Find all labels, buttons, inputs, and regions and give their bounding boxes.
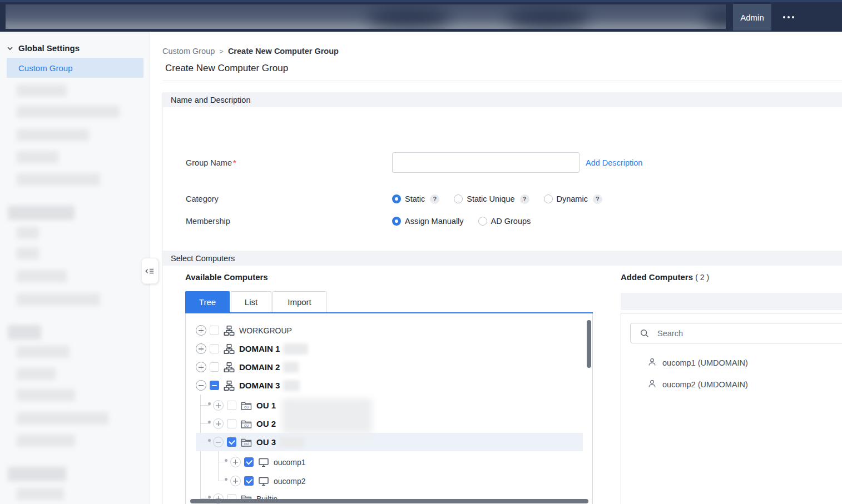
- redacted-item: [8, 206, 75, 220]
- search-input[interactable]: [657, 329, 824, 338]
- tree-row-ou-1[interactable]: OUOU 1: [196, 396, 583, 415]
- tab-label: List: [245, 297, 257, 307]
- tab-label: Tree: [199, 297, 216, 307]
- radio-unselected[interactable]: [478, 217, 487, 226]
- group-name-input[interactable]: [392, 152, 580, 173]
- help-icon[interactable]: ?: [520, 194, 529, 204]
- membership-options: Assign ManuallyAD Groups: [392, 217, 531, 226]
- computer-tree-panel: WORKGROUPDOMAIN 1DOMAIN 2DOMAIN 3OUOU 1O…: [185, 313, 593, 504]
- redacted-item: [17, 488, 64, 500]
- add-description-link[interactable]: Add Description: [586, 158, 642, 167]
- radio-unselected[interactable]: [544, 194, 553, 203]
- tree-node-label: DOMAIN 3: [239, 381, 280, 390]
- expand-node-icon[interactable]: [213, 400, 224, 411]
- redacted-tree-suffix: [283, 362, 299, 373]
- expand-node-icon[interactable]: [196, 362, 206, 372]
- tree-checkbox-checked[interactable]: [244, 476, 254, 486]
- radio-option-dynamic[interactable]: Dynamic?: [544, 194, 602, 204]
- redacted-item: [17, 435, 75, 447]
- tab-tree[interactable]: Tree: [185, 291, 230, 312]
- domain-icon-wrap: [224, 362, 235, 373]
- added-computers-count: ( 2 ): [695, 273, 709, 282]
- added-computers-search: [630, 323, 842, 343]
- horizontal-scrollbar[interactable]: [190, 499, 588, 503]
- tree-checkbox-checked[interactable]: [227, 437, 236, 447]
- redacted-item: [17, 173, 100, 186]
- expand-node-icon[interactable]: [196, 325, 206, 336]
- sidebar-item-custom-group[interactable]: Custom Group: [7, 58, 143, 78]
- tree-checkbox-indeterminate[interactable]: [210, 381, 219, 390]
- collapse-node-icon[interactable]: [213, 437, 224, 447]
- expand-node-icon[interactable]: [196, 343, 206, 354]
- tree-row-oucomp2[interactable]: oucomp2: [196, 472, 583, 490]
- tree-row-ou-2[interactable]: OUOU 2: [196, 415, 583, 433]
- redacted-item: [17, 270, 67, 282]
- radio-option-label: Static: [405, 194, 425, 203]
- more-menu-button[interactable]: [777, 4, 800, 31]
- tree-connector-stub: [218, 462, 227, 462]
- group-name-label: Group Name*: [186, 158, 236, 167]
- tree-row-oucomp1[interactable]: oucomp1: [196, 453, 583, 471]
- added-computers-header-bar: [621, 293, 842, 310]
- page-root: Admin Global Settings Custom Group Custo…: [0, 0, 842, 504]
- expand-node-icon[interactable]: [213, 418, 224, 429]
- tab-label: Import: [288, 297, 311, 307]
- redacted-item: [8, 325, 41, 340]
- radio-option-ad-groups[interactable]: AD Groups: [478, 217, 531, 226]
- tree-row-domain-1[interactable]: DOMAIN 1: [196, 340, 583, 358]
- tree-connector-dot: [208, 496, 211, 498]
- sidebar-section-global-settings[interactable]: Global Settings: [7, 43, 80, 53]
- domain-icon-wrap: [224, 343, 235, 355]
- radio-unselected[interactable]: [454, 194, 463, 203]
- category-options: Static?Static Unique?Dynamic?: [392, 194, 602, 204]
- computer-icon: [258, 476, 269, 487]
- expand-node-icon[interactable]: [230, 457, 241, 467]
- tree-connector-stub: [200, 442, 210, 442]
- tree-connector-stub: [200, 405, 210, 406]
- tab-import[interactable]: Import: [273, 291, 326, 312]
- svg-text:OU: OU: [244, 442, 249, 446]
- tree-checkbox-unchecked[interactable]: [210, 326, 219, 335]
- sidebar: Global Settings Custom Group: [0, 32, 150, 504]
- radio-option-static[interactable]: Static?: [392, 194, 439, 204]
- ou-folder-icon: OU: [241, 400, 252, 411]
- tree-checkbox-unchecked[interactable]: [227, 419, 236, 428]
- membership-label: Membership: [186, 217, 230, 226]
- section-header-select-computers: Select Computers: [163, 251, 842, 266]
- radio-option-label: Assign Manually: [405, 217, 464, 226]
- tree-node-label: OU 3: [256, 437, 276, 447]
- tree-checkbox-checked[interactable]: [244, 457, 254, 467]
- tree-connector-dot: [208, 439, 211, 442]
- collapse-node-icon[interactable]: [196, 380, 206, 391]
- chevron-down-icon: [7, 45, 13, 52]
- tree-checkbox-unchecked[interactable]: [227, 401, 236, 410]
- domain-icon: [224, 362, 235, 373]
- tree-row-domain-2[interactable]: DOMAIN 2: [196, 358, 583, 376]
- radio-selected[interactable]: [392, 194, 401, 203]
- sections-container: Name and Description Group Name* Add Des…: [162, 92, 842, 504]
- admin-tab[interactable]: Admin: [733, 4, 771, 31]
- radio-option-assign-manually[interactable]: Assign Manually: [392, 217, 464, 226]
- help-icon[interactable]: ?: [593, 194, 602, 204]
- page-title: Create New Computer Group: [165, 63, 288, 74]
- group-name-row: Group Name* Add Description: [163, 152, 775, 173]
- tree-row-workgroup[interactable]: WORKGROUP: [196, 321, 583, 340]
- tree-row-domain-3[interactable]: DOMAIN 3: [196, 376, 583, 395]
- domain-icon-wrap: [224, 380, 235, 391]
- breadcrumb-item[interactable]: Custom Group: [162, 47, 215, 56]
- ou-icon-wrap: OU: [241, 400, 252, 411]
- sidebar-collapse-handle[interactable]: [141, 258, 159, 284]
- svg-text:OU: OU: [244, 424, 249, 427]
- vertical-scrollbar[interactable]: [587, 320, 591, 368]
- tree-row-ou-3[interactable]: OUOU 3: [196, 433, 583, 451]
- tree-checkbox-unchecked[interactable]: [210, 362, 219, 372]
- tab-list[interactable]: List: [231, 291, 271, 312]
- radio-selected[interactable]: [392, 217, 401, 226]
- tree-node-label: OU 1: [256, 401, 276, 410]
- expand-node-icon[interactable]: [230, 476, 241, 486]
- redacted-item: [8, 467, 66, 481]
- domain-icon: [224, 380, 235, 391]
- radio-option-static-unique[interactable]: Static Unique?: [454, 194, 529, 204]
- tree-checkbox-unchecked[interactable]: [210, 344, 219, 353]
- help-icon[interactable]: ?: [430, 194, 439, 204]
